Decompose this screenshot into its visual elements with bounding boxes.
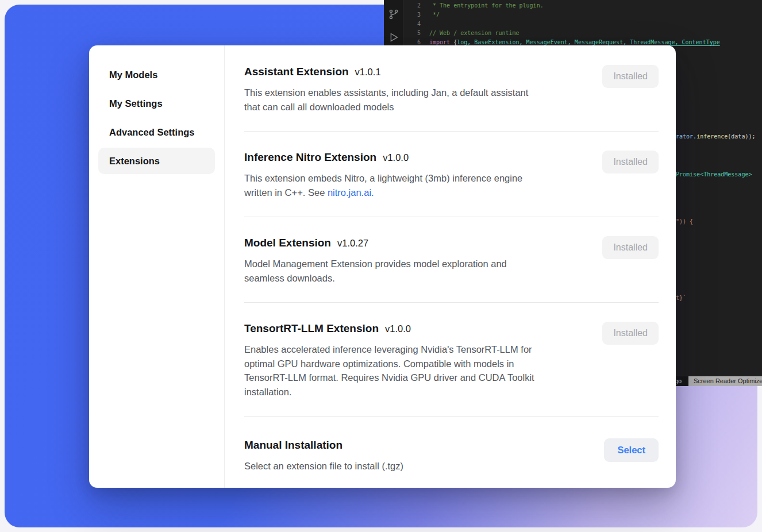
code-text: inference	[696, 133, 728, 140]
extension-section-assistant: Assistant Extensionv1.0.1 This extension…	[244, 45, 659, 132]
settings-modal: My Models My Settings Advanced Settings …	[89, 45, 676, 488]
line-number: 5	[403, 29, 421, 38]
extension-version: v1.0.0	[383, 149, 409, 165]
code-text: // Web / extension runtime	[429, 29, 519, 38]
line-number: 3	[403, 10, 421, 20]
extension-description: This extension enables assistants, inclu…	[244, 86, 528, 114]
sidebar-item-my-settings[interactable]: My Settings	[98, 90, 215, 117]
source-control-icon[interactable]	[387, 8, 400, 21]
extension-name: TensortRT-LLM Extension	[244, 321, 379, 337]
extension-section-inference-nitro: Inference Nitro Extensionv1.0.0 This ext…	[244, 132, 659, 217]
code-text: rator.	[676, 133, 696, 140]
extensions-list: Assistant Extensionv1.0.1 This extension…	[225, 45, 676, 488]
extension-title: Model Extensionv1.0.27	[244, 235, 507, 251]
sidebar-item-advanced-settings[interactable]: Advanced Settings	[98, 119, 215, 145]
nitro-jan-ai-link[interactable]: nitro.jan.ai.	[328, 187, 374, 198]
settings-sidebar: My Models My Settings Advanced Settings …	[89, 45, 225, 488]
installed-button[interactable]: Installed	[602, 151, 659, 174]
extension-name: Assistant Extension	[244, 64, 349, 80]
installed-button[interactable]: Installed	[602, 65, 659, 88]
line-number: 4	[403, 20, 421, 29]
code-text: (data));	[728, 133, 755, 140]
extension-description: Enables accelerated inference leveraging…	[244, 342, 534, 399]
extension-section-tensorrt-llm: TensortRT-LLM Extensionv1.0.0 Enables ac…	[244, 303, 659, 417]
extension-version: v1.0.27	[337, 235, 368, 251]
code-area: 2 * The entrypoint for the plugin. 3 */ …	[403, 1, 762, 47]
code-text: * The entrypoint for the plugin.	[429, 1, 544, 10]
code-fragment: t}`	[676, 294, 686, 303]
sidebar-item-my-models[interactable]: My Models	[98, 61, 215, 88]
extension-title: Inference Nitro Extensionv1.0.0	[244, 149, 522, 165]
extension-description: Model Management Extension provides mode…	[244, 257, 507, 285]
extension-name: Model Extension	[244, 235, 331, 251]
code-text: */	[429, 10, 440, 20]
extension-description: Select an extension file to install (.tg…	[244, 459, 403, 473]
installed-button[interactable]: Installed	[602, 236, 659, 259]
sidebar-item-extensions[interactable]: Extensions	[98, 148, 215, 174]
extension-name: Manual Installation	[244, 437, 342, 453]
description-text: This extension embeds Nitro, a lightweig…	[244, 173, 522, 198]
code-line: 2 * The entrypoint for the plugin.	[403, 1, 762, 10]
code-fragment: ")) {	[676, 217, 693, 226]
screen-reader-badge: Screen Reader Optimized	[688, 376, 762, 386]
code-fragment: rator.inference(data));	[676, 132, 755, 141]
code-line: 4	[403, 20, 762, 29]
manual-installation-section: Manual Installation Select an extension …	[244, 417, 659, 488]
extension-title: Assistant Extensionv1.0.1	[244, 64, 528, 80]
extension-section-model: Model Extensionv1.0.27 Model Management …	[244, 217, 659, 303]
extension-description: This extension embeds Nitro, a lightweig…	[244, 171, 522, 199]
extension-version: v1.0.0	[385, 321, 411, 337]
line-number: 2	[403, 1, 421, 10]
extension-title: TensortRT-LLM Extensionv1.0.0	[244, 321, 534, 337]
extension-version: v1.0.1	[355, 64, 381, 80]
extension-title: Manual Installation	[244, 437, 403, 453]
run-debug-icon[interactable]	[387, 31, 400, 44]
installed-button[interactable]: Installed	[602, 322, 659, 345]
desktop-background: 2 * The entrypoint for the plugin. 3 */ …	[0, 0, 762, 532]
select-button[interactable]: Select	[604, 438, 659, 462]
code-line: 5 // Web / extension runtime	[403, 29, 762, 38]
code-fragment: Promise<ThreadMessage>	[676, 170, 752, 179]
code-line: 3 */	[403, 10, 762, 20]
extension-name: Inference Nitro Extension	[244, 149, 376, 165]
